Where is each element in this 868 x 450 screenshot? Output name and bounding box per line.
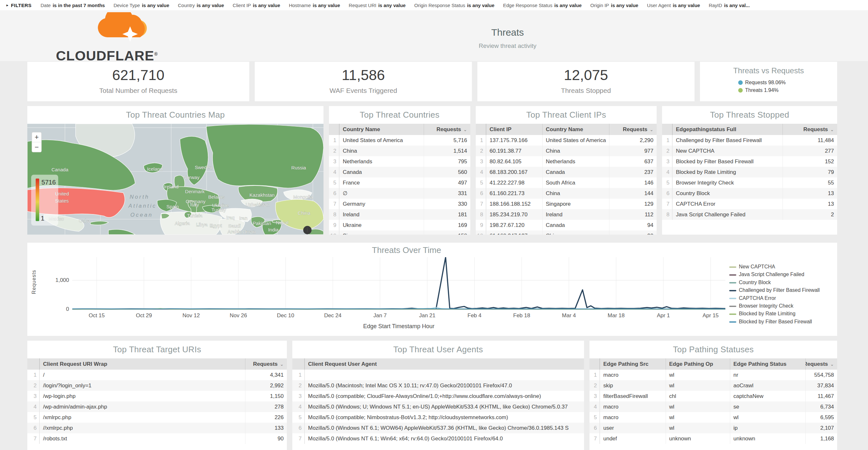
table-row: 4Canada560 [329, 167, 470, 177]
filter-value: is any value [313, 3, 340, 8]
table-row: 3Mozilla/5.0 (compatible; CloudFlare-Alw… [292, 391, 584, 401]
chart-legend-item[interactable]: Blocked by Filter Based Firewall [729, 319, 812, 324]
table-cell: 185.234.219.70 [486, 209, 542, 220]
row-number: 6 [329, 188, 339, 199]
table-cell: 133 [245, 423, 287, 433]
threats-over-time-chart: Threats Over TimeOct 15Oct 29Nov 12Nov 2… [27, 243, 837, 336]
top-threat-client-ips-table: Client IPCountry NameRequests⌄1137.175.7… [476, 124, 657, 235]
row-number: 5 [662, 177, 672, 188]
column-header: Client Request User Agent [305, 358, 584, 370]
filter-field: Device Type [114, 3, 140, 8]
row-number: 10 [476, 231, 486, 235]
column-header[interactable]: Requests⌄ [245, 358, 287, 370]
chart-legend-item[interactable]: Blocked by Rate Limiting [729, 311, 796, 316]
zoom-out-button[interactable]: − [35, 143, 39, 151]
column-header[interactable]: Requests⌄ [805, 358, 837, 370]
table-cell: 198.27.67.120 [486, 220, 542, 231]
chart-legend-item[interactable]: Challenged by Filter Based Firewall [729, 287, 820, 293]
legend-label: Blocked by Filter Based Firewall [739, 319, 812, 324]
column-header: Country Name [339, 124, 424, 135]
x-tick-label: Dec 10 [277, 312, 294, 319]
filter-item[interactable]: Client IPis any value [232, 3, 280, 8]
stat-card-total-requests: 621,710 Total Number of Requests [27, 62, 249, 101]
x-tick-label: Oct 29 [136, 312, 152, 319]
column-header-label: Requests [803, 126, 828, 133]
row-number: 5 [589, 412, 600, 423]
chart-legend-item[interactable]: New CAPTCHA [729, 264, 775, 269]
filter-item[interactable]: Origin IPis any value [590, 3, 638, 8]
row-number: 4 [292, 401, 305, 412]
top-pathing-statuses-table: Edge Pathing SrcEdge Pathing OpEdge Path… [589, 358, 837, 444]
filter-item[interactable]: Device Typeis any value [114, 3, 169, 8]
table-cell: /login/?login_only=1 [39, 380, 245, 391]
filter-item[interactable]: Origin Response Statusis any value [414, 3, 494, 8]
chart-legend-item[interactable]: CAPTCHA Error [729, 295, 776, 301]
table-cell: Browser Integrity Check [672, 177, 782, 188]
row-number: 3 [662, 156, 672, 167]
table-cell: 94 [609, 220, 657, 231]
filter-item[interactable]: Hostnameis any value [289, 3, 340, 8]
filter-field: User Agent [647, 3, 671, 8]
table-cell: 554,758 [805, 370, 837, 380]
filter-item[interactable]: Edge Response Statusis any value [503, 3, 582, 8]
legend-swatch-icon [729, 306, 736, 307]
chart-legend-item[interactable]: Browser Integrity Check [729, 303, 794, 308]
zoom-in-button[interactable]: + [35, 133, 39, 141]
ocean-label: Atlantic [128, 203, 157, 209]
row-number: 3 [476, 156, 486, 167]
filter-item[interactable]: Countryis any value [178, 3, 224, 8]
filter-field: Date [40, 3, 51, 8]
table-row: 661.160.221.73China144 [476, 188, 657, 199]
filter-item[interactable]: User Agentis any value [647, 3, 700, 8]
top-threat-countries-panel: Top Threat Countries Country NameRequest… [329, 106, 470, 235]
filter-field: Origin IP [590, 3, 609, 8]
table-row: 9198.27.67.120Canada94 [476, 220, 657, 231]
table-row: 8185.234.219.70Ireland112 [476, 209, 657, 220]
table-cell: 37,834 [805, 380, 837, 391]
country-label: Kazakhstan [250, 192, 275, 198]
filter-item[interactable]: Dateis in the past 7 months [40, 3, 105, 8]
table-cell: undef [600, 433, 665, 444]
row-number: 2 [27, 380, 39, 391]
table-cell: 331 [424, 188, 470, 199]
table-cell: 188.166.188.152 [486, 199, 542, 209]
row-number: 1 [27, 370, 39, 380]
table-row: 6∅331 [329, 188, 470, 199]
chart-legend-item[interactable]: Java Script Challenge Failed [729, 272, 804, 277]
table-cell: Mozilla/5.0 (compatible; Nimbostratus-Bo… [305, 412, 584, 423]
column-header[interactable]: Requests⌄ [424, 124, 470, 135]
map-zoom-control: + − [32, 132, 41, 152]
threats-over-time-panel: Threats Over TimeOct 15Oct 29Nov 12Nov 2… [27, 243, 837, 336]
table-row: 4macrowlse6,734 [589, 401, 837, 412]
row-number: 6 [662, 188, 672, 199]
threats-dashboard: ▸ FILTERS Dateis in the past 7 monthsDev… [0, 0, 868, 450]
filter-field: Edge Response Status [503, 3, 552, 8]
table-row: 5/xmlrpc.php226 [27, 412, 287, 423]
filters-toggle[interactable]: ▸ FILTERS [6, 3, 31, 8]
page-subtitle: Review threat activity [479, 42, 536, 50]
filter-bar: ▸ FILTERS Dateis in the past 7 monthsDev… [0, 0, 868, 10]
world-threat-map[interactable]: CanadaUnitedStatesMexicoCubaIcelandIrela… [27, 124, 323, 235]
filter-value: is any value [554, 3, 582, 8]
table-row: 260.191.38.77China977 [476, 146, 657, 156]
column-header: Edge Pathing Src [600, 358, 665, 370]
stat-label: Total Number of Requests [27, 87, 249, 94]
stat-label: WAF Events Triggered [255, 87, 472, 94]
sort-caret-icon: ⌄ [830, 127, 834, 132]
filter-item[interactable]: RayIDis any val... [709, 3, 750, 8]
table-cell: New CAPTCHA [672, 146, 782, 156]
filter-item[interactable]: Request URIis any value [349, 3, 406, 8]
top-threat-client-ips-panel: Top Threat Client IPs Client IPCountry N… [476, 106, 657, 235]
table-row: 10Singapore158 [329, 231, 470, 235]
table-cell: 146 [609, 177, 657, 188]
chart-legend-item[interactable]: Country Block [729, 280, 771, 285]
table-cell: 237 [609, 167, 657, 177]
x-tick-label: Feb 4 [467, 312, 481, 319]
table-row: 3Blocked by Filter Based Firewall152 [662, 156, 837, 167]
table-row: 1137.175.79.166United States of America2… [476, 135, 657, 146]
column-header[interactable]: Requests⌄ [782, 124, 837, 135]
column-header[interactable]: Requests⌄ [609, 124, 657, 135]
panel-title: Top Threat Countries [329, 106, 470, 124]
table-cell: 90 [245, 433, 287, 444]
country-label: Denmark [185, 189, 205, 194]
